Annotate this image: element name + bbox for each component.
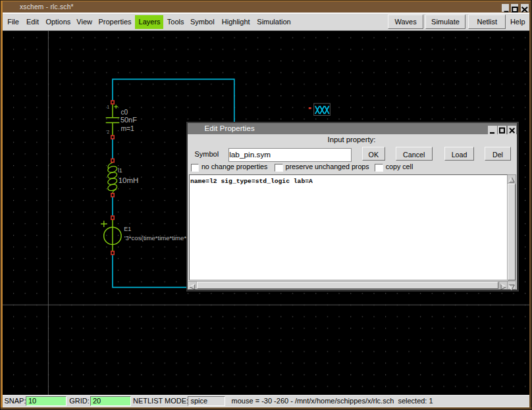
svg-text:50nF: 50nF	[120, 116, 136, 124]
svg-text:1: 1	[107, 105, 109, 109]
svg-text:m=1: m=1	[120, 125, 134, 132]
svg-text:E1: E1	[124, 226, 131, 232]
svg-text:10mH: 10mH	[118, 176, 138, 184]
svg-text:'3*cos(time*time*time*: '3*cos(time*time*time*	[124, 234, 186, 242]
svg-text:c0: c0	[120, 109, 128, 116]
svg-text:2: 2	[107, 130, 109, 134]
svg-text:l1: l1	[118, 167, 122, 174]
